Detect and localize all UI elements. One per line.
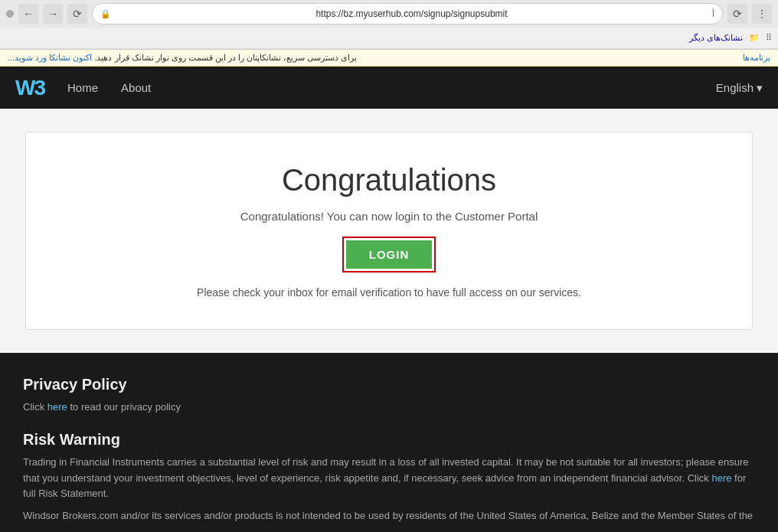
back-button[interactable]: ← [18, 4, 38, 24]
risk-link[interactable]: here [711, 472, 731, 484]
browser-dots [6, 10, 14, 18]
congrats-title: Congratulations [41, 163, 737, 197]
bookmarks-bar: ⠿ 📁 نشانک‌های دیگر [0, 28, 778, 49]
footer: Privacy Policy Click here to read our pr… [0, 353, 778, 532]
reload-button[interactable]: ⟳ [67, 4, 87, 24]
nav-about[interactable]: About [121, 81, 151, 94]
browser-top-bar: ← → ⟳ 🔒 https://bz.myuserhub.com/signup/… [0, 0, 778, 28]
browser-chrome: ← → ⟳ 🔒 https://bz.myuserhub.com/signup/… [0, 0, 778, 50]
notif-message: برای دسترسی سریع، نشانکاپتان را در این ق… [8, 53, 357, 63]
notif-apps-label: برنامه‌ها [743, 53, 770, 63]
navbar-right: English ▾ [716, 81, 763, 95]
language-button[interactable]: English ▾ [716, 81, 763, 95]
refresh-icon[interactable]: ⟳ [727, 4, 747, 24]
notification-bar: برنامه‌ها برای دسترسی سریع، نشانکاپتان ر… [0, 50, 778, 67]
privacy-policy-section: Privacy Policy Click here to read our pr… [23, 376, 755, 416]
address-text: https://bz.myuserhub.com/signup/signupsu… [116, 8, 708, 19]
address-icons: أ [712, 9, 714, 19]
congrats-subtitle: Congratulations! You can now login to th… [41, 210, 737, 223]
risk-warning-section: Risk Warning Trading in Financial Instru… [23, 431, 755, 532]
congrats-card: Congratulations Congratulations! You can… [25, 132, 753, 330]
navbar: W3 Home About English ▾ [0, 67, 778, 109]
navbar-left: W3 Home About [15, 76, 151, 100]
main-content: Congratulations Congratulations! You can… [0, 109, 778, 353]
nav-home[interactable]: Home [67, 81, 98, 94]
apps-icon: ⠿ [766, 33, 772, 43]
logo-b: 3 [34, 76, 44, 100]
privacy-link[interactable]: here [47, 401, 67, 413]
lock-icon: 🔒 [100, 9, 111, 19]
login-button[interactable]: LOGIN [346, 240, 433, 269]
privacy-text: Click here to read our privacy policy [23, 400, 755, 416]
risk-text: Trading in Financial Instruments carries… [23, 455, 755, 502]
rtl-icon: أ [712, 9, 714, 19]
bookmarks-other[interactable]: نشانک‌های دیگر [689, 33, 743, 43]
forward-button[interactable]: → [43, 4, 63, 24]
privacy-heading: Privacy Policy [23, 376, 755, 393]
more-button[interactable]: ⋮ [752, 4, 772, 24]
notif-link[interactable]: اکنون نشانکا ورد شوید... [8, 53, 92, 62]
risk-text-2: Windsor Brokers.com and/or its services … [23, 508, 755, 524]
bookmark-folder-icon: 📁 [749, 33, 760, 43]
login-btn-wrapper: LOGIN [342, 237, 436, 273]
browser-dot-1 [6, 10, 14, 18]
site-logo: W3 [15, 76, 44, 100]
risk-heading: Risk Warning [23, 431, 755, 449]
address-bar[interactable]: 🔒 https://bz.myuserhub.com/signup/signup… [92, 3, 723, 24]
congrats-note: Please check your inbox for email verifi… [41, 286, 737, 299]
logo-w: W [15, 76, 34, 100]
